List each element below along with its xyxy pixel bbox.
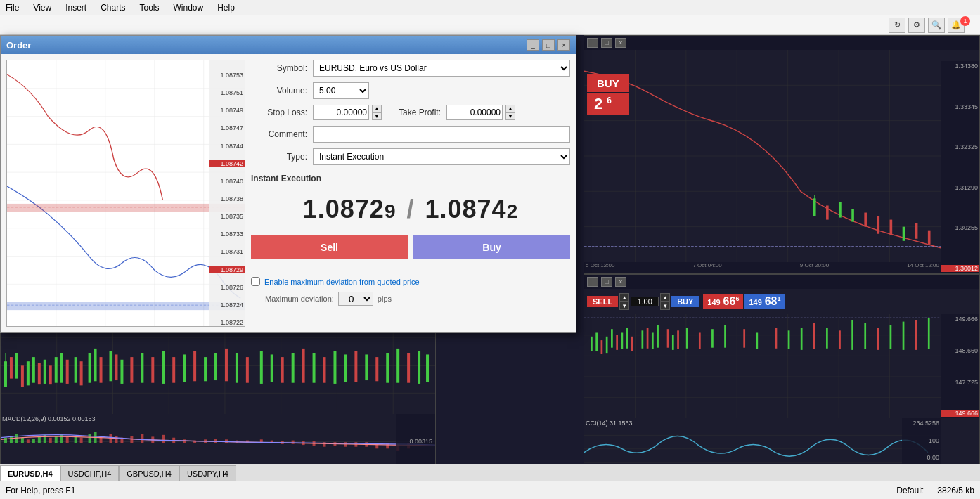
svg-rect-62 xyxy=(839,330,841,349)
settings-icon[interactable]: ⚙ xyxy=(908,18,925,33)
volume-input-br[interactable] xyxy=(631,297,659,306)
volume-select[interactable]: 5.00 xyxy=(313,82,369,99)
status-help: For Help, press F1 xyxy=(6,486,75,495)
vol-up-br[interactable]: ▲ xyxy=(619,293,629,302)
svg-rect-111 xyxy=(172,357,175,383)
svg-rect-35 xyxy=(591,337,593,351)
top-right-price-labels: 1.34380 1.33345 1.32325 1.31290 1.30255 … xyxy=(941,61,979,273)
symbol-select[interactable]: EURUSD, Euro vs US Dollar xyxy=(313,60,570,77)
svg-rect-102 xyxy=(94,349,97,381)
chart-bottom-right: _ □ × SELL ▲ ▼ ▲ ▼ BUY 149 6 xyxy=(584,274,980,481)
vol-down2-br[interactable]: ▼ xyxy=(660,302,670,310)
svg-rect-142 xyxy=(27,439,30,443)
svg-rect-37 xyxy=(601,340,603,354)
checkbox-row: Enable maximum deviation from quoted pri… xyxy=(251,277,570,286)
time-label-1: 5 Oct 12:00 xyxy=(586,262,614,273)
trade-buttons-row: Sell Buy xyxy=(251,235,570,259)
svg-rect-118 xyxy=(246,357,249,383)
svg-rect-96 xyxy=(55,357,58,383)
tab-usdjpy[interactable]: USDJPY,H4 xyxy=(179,465,236,481)
svg-rect-50 xyxy=(677,330,679,349)
svg-rect-104 xyxy=(110,351,112,382)
svg-rect-103 xyxy=(100,357,103,383)
svg-rect-99 xyxy=(75,357,77,383)
svg-rect-51 xyxy=(686,328,688,349)
menu-window[interactable]: Window xyxy=(171,3,207,13)
svg-rect-129 xyxy=(365,354,368,380)
menu-view[interactable]: View xyxy=(30,3,54,13)
menu-tools[interactable]: Tools xyxy=(137,3,162,13)
max-dev-checkbox[interactable] xyxy=(251,277,260,286)
dialog-maximize[interactable]: □ xyxy=(542,39,555,51)
svg-rect-116 xyxy=(225,349,228,381)
stoploss-down[interactable]: ▼ xyxy=(372,112,382,120)
top-right-time-labels: 5 Oct 12:00 7 Oct 04:00 9 Oct 20:00 14 O… xyxy=(584,262,941,273)
stoploss-input[interactable] xyxy=(313,105,369,120)
minimize-icon-br[interactable]: _ xyxy=(587,277,598,287)
vol-down-br[interactable]: ▼ xyxy=(619,302,629,310)
top-right-candle-area xyxy=(584,50,941,262)
svg-rect-57 xyxy=(775,328,778,349)
cci-label: CCI(14) 31.1563 xyxy=(586,420,633,427)
macd-label: MACD(12,26,9) 0.00152 0.00153 xyxy=(2,415,96,422)
stoploss-label: Stop Loss: xyxy=(251,108,307,117)
stoploss-up[interactable]: ▲ xyxy=(372,105,382,112)
sell-button-br[interactable]: SELL xyxy=(587,296,618,307)
svg-rect-97 xyxy=(60,353,63,383)
tab-usdchf[interactable]: USDCHF,H4 xyxy=(60,465,120,481)
buy-button-br[interactable]: BUY xyxy=(671,296,699,307)
dialog-minimize[interactable]: _ xyxy=(527,39,539,51)
dialog-form: Symbol: EURUSD, Euro vs US Dollar Volume… xyxy=(251,60,570,327)
svg-rect-166 xyxy=(214,439,217,443)
buy-price-br: 149 681 xyxy=(744,294,785,309)
tab-eurusd[interactable]: EURUSD,H4 xyxy=(0,465,60,481)
svg-rect-91 xyxy=(27,361,30,385)
svg-rect-135 xyxy=(426,354,429,382)
buy-big-button[interactable]: Buy xyxy=(413,235,570,259)
close-icon[interactable]: × xyxy=(615,38,626,48)
menu-charts[interactable]: Charts xyxy=(98,3,128,13)
menu-file[interactable]: File xyxy=(3,3,22,13)
dp-10: 1.08731 xyxy=(209,248,245,255)
svg-rect-128 xyxy=(354,351,357,382)
svg-rect-68 xyxy=(915,320,917,349)
max-dev-select[interactable]: 0 xyxy=(338,292,373,306)
type-row: Type: Instant Execution xyxy=(251,148,570,165)
svg-rect-100 xyxy=(80,361,83,385)
refresh-icon[interactable]: ↻ xyxy=(889,18,905,33)
bottom-right-trade-bar: SELL ▲ ▼ ▲ ▼ BUY 149 666 149 681 xyxy=(584,289,979,314)
svg-rect-101 xyxy=(89,353,91,383)
maximize-icon[interactable]: □ xyxy=(601,38,612,48)
maximize-icon-br[interactable]: □ xyxy=(601,277,612,287)
svg-rect-59 xyxy=(801,328,803,350)
takeprofit-down[interactable]: ▼ xyxy=(505,112,515,120)
symbol-label: Symbol: xyxy=(251,63,307,73)
svg-rect-107 xyxy=(130,357,133,383)
menu-insert[interactable]: Insert xyxy=(63,3,89,13)
symbol-row: Symbol: EURUSD, Euro vs US Dollar xyxy=(251,60,570,77)
sell-big-button[interactable]: Sell xyxy=(251,235,408,259)
close-icon-br[interactable]: × xyxy=(615,277,626,287)
svg-rect-46 xyxy=(652,333,654,349)
svg-rect-156 xyxy=(115,436,117,443)
dp-6: 1.08740 xyxy=(209,178,245,185)
takeprofit-up[interactable]: ▲ xyxy=(505,105,515,112)
br-candle-area xyxy=(584,314,941,418)
svg-rect-64 xyxy=(864,323,866,349)
vol-up2-br[interactable]: ▲ xyxy=(660,293,670,302)
price-label-4: 1.31290 xyxy=(941,184,979,191)
dialog-close[interactable]: × xyxy=(557,39,570,51)
search-icon[interactable]: 🔍 xyxy=(928,18,945,33)
takeprofit-input[interactable] xyxy=(446,105,503,120)
menu-bar: File View Insert Charts Tools Window Hel… xyxy=(0,0,980,15)
svg-rect-151 xyxy=(80,438,83,443)
tab-gbpusd[interactable]: GBPUSD,H4 xyxy=(119,465,179,481)
svg-rect-89 xyxy=(15,353,18,379)
menu-help[interactable]: Help xyxy=(214,3,238,13)
type-select[interactable]: Instant Execution xyxy=(313,148,570,165)
minimize-icon[interactable]: _ xyxy=(587,38,598,48)
svg-rect-58 xyxy=(788,330,790,349)
macd-val: 0.00315 xyxy=(409,438,434,445)
dp-12: 1.08724 xyxy=(209,302,245,309)
comment-input[interactable] xyxy=(313,126,570,143)
